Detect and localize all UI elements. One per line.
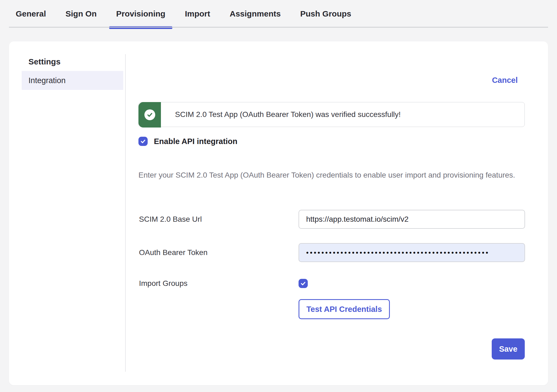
- tab-push-groups[interactable]: Push Groups: [293, 0, 358, 28]
- sidebar-item-integration[interactable]: Integration: [22, 71, 123, 90]
- success-banner: SCIM 2.0 Test App (OAuth Bearer Token) w…: [138, 102, 525, 127]
- import-groups-label: Import Groups: [139, 279, 187, 288]
- base-url-input[interactable]: [299, 210, 525, 229]
- tab-assignments[interactable]: Assignments: [223, 0, 288, 28]
- integration-panel: Cancel SCIM 2.0 Test App (OAuth Bearer T…: [138, 41, 525, 385]
- checkmark-icon: [140, 138, 146, 144]
- import-groups-row: Import Groups: [138, 279, 525, 288]
- credentials-description: Enter your SCIM 2.0 Test App (OAuth Bear…: [138, 169, 525, 181]
- base-url-label: SCIM 2.0 Base Url: [139, 210, 202, 229]
- enable-api-checkbox[interactable]: [138, 137, 148, 146]
- test-api-credentials-button[interactable]: Test API Credentials: [299, 299, 390, 319]
- success-banner-accent: [138, 102, 161, 128]
- token-row: OAuth Bearer Token: [138, 243, 525, 262]
- tab-import[interactable]: Import: [178, 0, 217, 28]
- app-tabbar: General Sign On Provisioning Import Assi…: [0, 0, 557, 28]
- sidebar-item-label: Integration: [28, 76, 66, 85]
- enable-api-label: Enable API integration: [154, 137, 237, 146]
- tab-provisioning[interactable]: Provisioning: [109, 0, 173, 28]
- token-label: OAuth Bearer Token: [139, 243, 208, 262]
- checkmark-icon: [300, 280, 306, 286]
- import-groups-checkbox[interactable]: [299, 279, 308, 288]
- tabbar-divider: [9, 27, 548, 28]
- tab-sign-on[interactable]: Sign On: [59, 0, 104, 28]
- provisioning-settings-card: Settings Integration Cancel SCIM 2.0 Tes…: [9, 41, 548, 385]
- tab-general[interactable]: General: [9, 0, 53, 28]
- settings-sidebar: Settings Integration: [9, 41, 125, 385]
- sidebar-divider: [125, 54, 126, 372]
- enable-api-row: Enable API integration: [138, 137, 237, 146]
- cancel-link[interactable]: Cancel: [492, 76, 518, 85]
- success-banner-message: SCIM 2.0 Test App (OAuth Bearer Token) w…: [175, 102, 401, 127]
- sidebar-heading: Settings: [28, 57, 60, 66]
- save-button[interactable]: Save: [492, 338, 525, 360]
- base-url-row: SCIM 2.0 Base Url: [138, 210, 525, 229]
- token-input[interactable]: [299, 243, 525, 262]
- success-check-icon: [144, 109, 155, 120]
